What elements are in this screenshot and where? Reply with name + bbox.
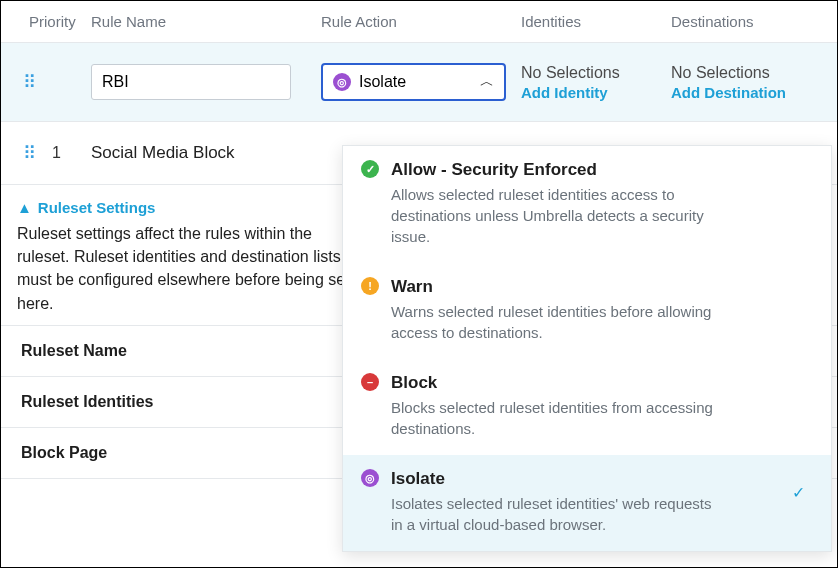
action-option-block[interactable]: – Block Blocks selected ruleset identiti… bbox=[343, 359, 831, 455]
destinations-value: No Selections bbox=[671, 64, 821, 82]
action-option-title: Isolate bbox=[391, 469, 813, 489]
action-option-title: Block bbox=[391, 373, 813, 393]
allow-icon: ✓ bbox=[361, 160, 379, 178]
action-option-warn[interactable]: ! Warn Warns selected ruleset identities… bbox=[343, 263, 831, 359]
col-header-identities: Identities bbox=[521, 13, 671, 30]
drag-handle[interactable] bbox=[11, 71, 91, 93]
priority-value: 1 bbox=[52, 144, 63, 162]
drag-handle[interactable]: 1 bbox=[11, 142, 91, 164]
add-identity-link[interactable]: Add Identity bbox=[521, 84, 671, 101]
rule-action-select[interactable]: ◎ Isolate ︿ bbox=[321, 63, 506, 101]
action-option-desc: Blocks selected ruleset identities from … bbox=[391, 397, 721, 439]
check-icon: ✓ bbox=[792, 483, 805, 502]
action-option-desc: Allows selected ruleset identities acces… bbox=[391, 184, 721, 247]
rule-name-input[interactable] bbox=[91, 64, 291, 100]
ruleset-settings-label: Ruleset Settings bbox=[38, 199, 156, 216]
identities-value: No Selections bbox=[521, 64, 671, 82]
isolate-icon: ◎ bbox=[361, 469, 379, 487]
isolate-icon: ◎ bbox=[333, 73, 351, 91]
action-option-title: Warn bbox=[391, 277, 813, 297]
rule-action-selected-label: Isolate bbox=[359, 73, 406, 91]
col-header-rule-action: Rule Action bbox=[321, 13, 521, 30]
drag-icon bbox=[23, 142, 38, 164]
block-icon: – bbox=[361, 373, 379, 391]
col-header-destinations: Destinations bbox=[671, 13, 821, 30]
rule-row-editing: ◎ Isolate ︿ No Selections Add Identity N… bbox=[1, 43, 837, 122]
chevron-up-icon: ︿ bbox=[480, 73, 494, 91]
col-header-priority: Priority bbox=[11, 13, 91, 30]
action-option-title: Allow - Security Enforced bbox=[391, 160, 813, 180]
action-option-isolate[interactable]: ◎ Isolate Isolates selected ruleset iden… bbox=[343, 455, 831, 551]
action-option-allow[interactable]: ✓ Allow - Security Enforced Allows selec… bbox=[343, 146, 831, 263]
col-header-rule-name: Rule Name bbox=[91, 13, 321, 30]
table-header: Priority Rule Name Rule Action Identitie… bbox=[1, 1, 837, 43]
ruleset-settings-description: Ruleset settings affect the rules within… bbox=[17, 222, 357, 315]
drag-icon bbox=[23, 71, 38, 93]
add-destination-link[interactable]: Add Destination bbox=[671, 84, 821, 101]
action-option-desc: Warns selected ruleset identities before… bbox=[391, 301, 721, 343]
caret-up-icon: ▲ bbox=[17, 199, 32, 216]
rule-name-text: Social Media Block bbox=[91, 143, 235, 162]
warn-icon: ! bbox=[361, 277, 379, 295]
action-option-desc: Isolates selected ruleset identities' we… bbox=[391, 493, 721, 535]
rule-action-dropdown: ✓ Allow - Security Enforced Allows selec… bbox=[342, 145, 832, 552]
